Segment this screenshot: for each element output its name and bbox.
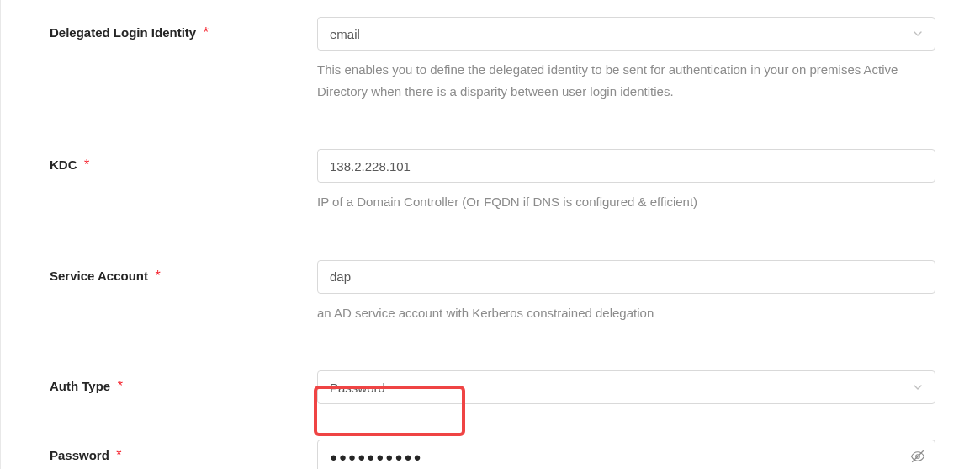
row-auth-type: Auth Type * Password (50, 370, 946, 404)
input-col: The password for the delegation account (317, 440, 935, 469)
kdc-help: IP of a Domain Controller (Or FQDN if DN… (317, 191, 935, 213)
input-col: email This enables you to define the del… (317, 17, 935, 102)
required-mark: * (118, 379, 123, 393)
input-col: an AD service account with Kerberos cons… (317, 260, 935, 324)
service-account-label: Service Account (50, 269, 148, 283)
required-mark: * (84, 157, 89, 172)
service-account-input[interactable] (317, 260, 935, 294)
delegated-identity-select[interactable]: email (317, 17, 935, 51)
chevron-down-icon (913, 29, 923, 39)
password-label: Password (50, 448, 109, 462)
label-col: Delegated Login Identity * (50, 17, 317, 40)
password-wrapper (317, 440, 935, 469)
input-col: IP of a Domain Controller (Or FQDN if DN… (317, 149, 935, 213)
auth-type-value: Password (330, 381, 913, 395)
label-col: Auth Type * (50, 370, 317, 394)
row-delegated-identity: Delegated Login Identity * email This en… (50, 17, 946, 102)
password-input[interactable] (317, 440, 935, 469)
row-service-account: Service Account * an AD service account … (50, 260, 946, 324)
chevron-down-icon (913, 382, 923, 392)
required-mark: * (204, 25, 209, 40)
eye-off-icon[interactable] (910, 449, 925, 464)
auth-type-select[interactable]: Password (317, 370, 935, 404)
delegated-identity-value: email (330, 27, 913, 41)
auth-type-label: Auth Type (50, 379, 110, 393)
label-col: Service Account * (50, 260, 317, 284)
label-col: Password * (50, 440, 317, 463)
row-kdc: KDC * IP of a Domain Controller (Or FQDN… (50, 149, 946, 213)
row-password: Password * The password for the delegati… (50, 440, 946, 469)
delegated-identity-help: This enables you to define the delegated… (317, 59, 935, 102)
required-mark: * (155, 269, 160, 283)
delegated-identity-label: Delegated Login Identity (50, 25, 196, 40)
label-col: KDC * (50, 149, 317, 173)
service-account-help: an AD service account with Kerberos cons… (317, 302, 935, 324)
kdc-input[interactable] (317, 149, 935, 183)
input-col: Password (317, 370, 935, 404)
required-mark: * (116, 448, 121, 462)
kdc-label: KDC (50, 157, 77, 172)
form-container: Delegated Login Identity * email This en… (9, 0, 980, 469)
